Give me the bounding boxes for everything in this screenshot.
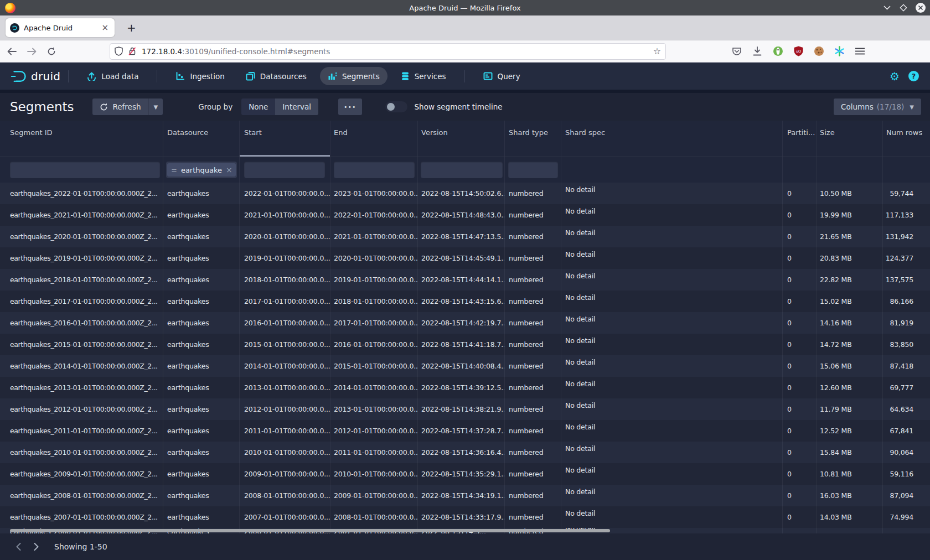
new-tab-button[interactable]: + <box>122 20 141 35</box>
window-title: Apache Druid — Mozilla Firefox <box>0 4 930 12</box>
cell-shard-type: numbered <box>505 355 561 377</box>
table-row[interactable]: earthquakes_2018-01-01T00:00:00.000Z_2..… <box>0 269 930 291</box>
help-icon[interactable]: ? <box>908 71 919 81</box>
column-header-size[interactable]: Size <box>817 121 883 157</box>
cell-start: 2022-01-01T00:00:00.0... <box>240 183 330 204</box>
cell-size: 12.52 MB <box>817 420 883 442</box>
table-row[interactable]: earthquakes_2010-01-01T00:00:00.000Z_2..… <box>0 442 930 463</box>
previous-page-icon[interactable] <box>13 542 23 552</box>
table-row[interactable]: earthquakes_2021-01-01T00:00:00.000Z_2..… <box>0 204 930 226</box>
cell-partition: 0 <box>783 506 817 528</box>
cell-size: 14.16 MB <box>817 312 883 334</box>
ublock-icon[interactable]: uO <box>793 46 804 57</box>
window-titlebar[interactable]: Apache Druid — Mozilla Firefox <box>0 0 930 15</box>
cell-version: 2022-08-15T14:41:18.7... <box>418 334 505 355</box>
cell-partition: 0 <box>783 291 817 312</box>
insecure-lock-icon[interactable] <box>128 46 137 56</box>
column-header-segment-id[interactable]: Segment ID <box>0 121 163 157</box>
table-row[interactable]: earthquakes_2012-01-01T00:00:00.000Z_2..… <box>0 398 930 420</box>
column-header-partition[interactable]: Partiti... <box>783 121 817 157</box>
remove-filter-icon[interactable]: × <box>226 165 232 174</box>
table-row[interactable]: earthquakes_2017-01-01T00:00:00.000Z_2..… <box>0 291 930 312</box>
table-row[interactable]: earthquakes_2007-01-01T00:00:00.000Z_2..… <box>0 506 930 528</box>
shield-icon[interactable] <box>115 46 123 56</box>
nav-item-ingestion[interactable]: Ingestion <box>168 67 232 85</box>
table-row[interactable]: earthquakes_2011-01-01T00:00:00.000Z_2..… <box>0 420 930 442</box>
columns-label: Columns <box>841 102 874 111</box>
column-header-version[interactable]: Version <box>418 121 505 157</box>
nav-item-services[interactable]: Services <box>393 67 454 85</box>
column-header-num-rows[interactable]: Num rows <box>883 121 930 157</box>
refresh-dropdown-button[interactable]: ▼ <box>148 98 163 115</box>
table-row[interactable]: earthquakes_2020-01-01T00:00:00.000Z_2..… <box>0 226 930 247</box>
url-bar[interactable]: 172.18.0.4:30109/unified-console.html#se… <box>110 43 666 60</box>
url-text[interactable]: 172.18.0.4:30109/unified-console.html#se… <box>142 47 649 56</box>
cell-shard-spec: No detail <box>561 355 783 377</box>
table-row[interactable]: earthquakes_2015-01-01T00:00:00.000Z_2..… <box>0 334 930 355</box>
downloads-icon[interactable] <box>752 46 763 57</box>
pocket-icon[interactable] <box>731 46 742 57</box>
table-row[interactable]: earthquakes_2016-01-01T00:00:00.000Z_2..… <box>0 312 930 334</box>
table-row[interactable]: earthquakes_2014-01-01T00:00:00.000Z_2..… <box>0 355 930 377</box>
next-page-icon[interactable] <box>31 542 41 552</box>
cell-shard-type: numbered <box>505 291 561 312</box>
column-header-datasource[interactable]: Datasource <box>163 121 240 157</box>
refresh-button[interactable]: Refresh <box>92 98 148 115</box>
menu-hamburger-icon[interactable] <box>854 46 865 57</box>
group-by-none-button[interactable]: None <box>241 98 275 115</box>
bookmark-star-icon[interactable]: ☆ <box>653 46 661 56</box>
cell-shard-type: numbered <box>505 183 561 204</box>
shard-type-filter-input[interactable] <box>508 162 558 178</box>
cell-shard-spec: No detail <box>561 269 783 291</box>
table-row[interactable]: earthquakes_2013-01-01T00:00:00.000Z_2..… <box>0 377 930 398</box>
start-filter-input[interactable] <box>244 162 325 178</box>
druid-brand[interactable]: druid <box>10 69 60 84</box>
columns-button[interactable]: Columns (17/18) ▼ <box>834 98 921 115</box>
column-header-shard-spec[interactable]: Shard spec <box>561 121 783 157</box>
forward-icon[interactable] <box>23 44 40 59</box>
cell-size: 19.99 MB <box>817 204 883 226</box>
cell-version: 2022-08-15T14:44:14.1... <box>418 269 505 291</box>
page-title: Segments <box>10 100 74 114</box>
maximize-icon[interactable] <box>899 3 908 12</box>
nav-item-load-data[interactable]: Load data <box>79 67 146 85</box>
datasource-filter-input[interactable]: = earthquake × <box>166 162 237 178</box>
group-by-interval-button[interactable]: Interval <box>275 98 318 115</box>
table-row[interactable]: earthquakes_2008-01-01T00:00:00.000Z_2..… <box>0 485 930 506</box>
column-header-end[interactable]: End <box>330 121 418 157</box>
table-row[interactable]: earthquakes_2019-01-01T00:00:00.000Z_2..… <box>0 247 930 269</box>
privacy-badger-icon[interactable] <box>772 46 783 57</box>
cell-shard-type: numbered <box>505 463 561 485</box>
segment-timeline-toggle[interactable] <box>385 101 407 112</box>
nav-item-segments[interactable]: Segments <box>320 67 388 85</box>
cell-num-rows: 124,377 <box>883 247 930 269</box>
column-header-shard-type[interactable]: Shard type <box>505 121 561 157</box>
reload-icon[interactable] <box>43 44 60 59</box>
more-options-button[interactable]: ••• <box>338 98 361 115</box>
minimize-icon[interactable] <box>882 3 891 12</box>
cell-shard-type: numbered <box>505 204 561 226</box>
cell-datasource: earthquakes <box>163 506 240 528</box>
tab-close-icon[interactable]: × <box>100 23 110 33</box>
cookie-icon[interactable] <box>813 46 824 57</box>
end-filter-input[interactable] <box>334 162 415 178</box>
nav-item-query[interactable]: Query <box>476 67 528 85</box>
back-icon[interactable] <box>3 44 20 59</box>
browser-tab[interactable]: Apache Druid × <box>6 18 115 37</box>
cell-shard-type: numbered <box>505 420 561 442</box>
table-row[interactable]: earthquakes_2009-01-01T00:00:00.000Z_2..… <box>0 463 930 485</box>
horizontal-scrollbar[interactable] <box>10 529 610 532</box>
multi-account-icon[interactable] <box>834 46 845 57</box>
column-header-start[interactable]: Start <box>240 121 330 157</box>
toggle-knob <box>387 103 395 111</box>
segment-id-filter-input[interactable] <box>10 162 160 178</box>
settings-gear-icon[interactable]: ⚙ <box>890 71 900 82</box>
cell-shard-spec: No detail <box>561 226 783 247</box>
close-icon[interactable] <box>916 3 926 13</box>
version-filter-input[interactable] <box>421 162 503 178</box>
cell-segment-id: earthquakes_2010-01-01T00:00:00.000Z_2..… <box>0 442 163 463</box>
ingestion-icon <box>175 71 185 81</box>
datasource-filter-chip[interactable]: = earthquake × <box>167 163 236 177</box>
table-row[interactable]: earthquakes_2022-01-01T00:00:00.000Z_2..… <box>0 183 930 204</box>
nav-item-datasources[interactable]: Datasources <box>238 67 314 85</box>
